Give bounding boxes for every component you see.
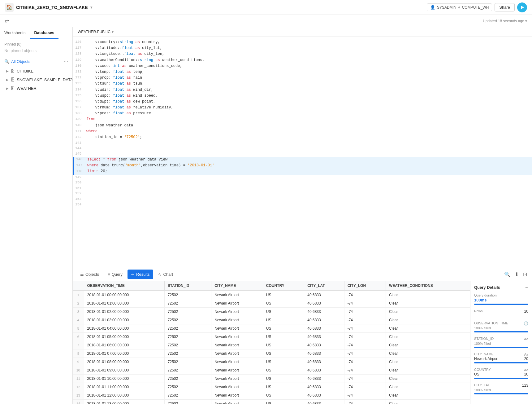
- row-number: 13: [73, 391, 84, 400]
- city-name-value: Newark Airport: [474, 357, 499, 361]
- col-header-station-id[interactable]: STATION_ID: [164, 281, 211, 291]
- cell-obs-time: 2018-01-01 06:00:00.000: [84, 341, 164, 349]
- table-row: 4 2018-01-01 03:00:00.000 72502 Newark A…: [73, 316, 470, 324]
- code-line-132: 132 v:prcp::float as rain,: [73, 75, 532, 81]
- code-line-141: 141 where: [73, 129, 532, 134]
- code-line-144: 144: [73, 146, 532, 152]
- tab-chart[interactable]: ∿ Chart: [154, 270, 177, 279]
- objects-tab-icon: ☰: [80, 272, 84, 277]
- col-header-observation-time[interactable]: OBSERVATION_TIME: [84, 281, 164, 291]
- cell-country: US: [263, 391, 304, 400]
- line-content: v:rhum::float as relative_humidity,: [86, 105, 173, 111]
- code-line-126: 126 v:country::string as country,: [73, 39, 532, 45]
- db-item-citibike[interactable]: ▶ 🗄 CITIBIKE: [0, 67, 72, 75]
- country-bar: [474, 378, 528, 379]
- line-content: limit 20;: [87, 169, 107, 174]
- tab-objects[interactable]: ☰ Objects: [76, 270, 103, 279]
- query-tab-icon: ≡: [108, 272, 110, 277]
- col-header-city-lon[interactable]: CITY_LON: [344, 281, 386, 291]
- cell-weather-cond: Clear: [386, 375, 470, 383]
- cell-weather-cond: Clear: [386, 324, 470, 333]
- sidebar: Worksheets Databases Pinned (0) No pinne…: [0, 27, 73, 404]
- cell-country: US: [263, 383, 304, 391]
- code-line-146: 146 select * from json_weather_data_view: [73, 157, 532, 163]
- home-icon[interactable]: 🏠: [5, 3, 14, 12]
- results-tabs: ☰ Objects ≡ Query ↩ Results ∿ Chart 🔍: [73, 268, 532, 281]
- city-name-label: CITY_NAME: [474, 352, 494, 356]
- chevron-right-icon: ▶: [6, 78, 9, 81]
- line-content: v:wdir::float as wind_dir,: [86, 87, 153, 93]
- line-content: station_id = '72502';: [86, 134, 142, 140]
- code-line-145: 145: [73, 151, 532, 157]
- line-number: 127: [75, 45, 86, 51]
- cell-city-name: Newark Airport: [211, 375, 263, 383]
- results-body: OBSERVATION_TIME STATION_ID CITY_NAME CO…: [73, 281, 532, 404]
- col-header-weather-conditions[interactable]: WEATHER_CONDITIONS: [386, 281, 470, 291]
- query-details-panel: Query Details ··· Query duration 100ms: [470, 281, 532, 404]
- sidebar-tabs: Worksheets Databases: [0, 27, 72, 39]
- line-number: 132: [75, 75, 86, 81]
- cell-city-lat: 40.6833: [304, 366, 344, 375]
- cell-city-name: Newark Airport: [211, 383, 263, 391]
- download-icon[interactable]: ⬇: [513, 270, 520, 279]
- rows-row: Rows 20: [474, 309, 528, 314]
- share-button[interactable]: Share: [495, 3, 515, 11]
- code-editor[interactable]: 126 v:country::string as country, 127 v:…: [73, 37, 532, 268]
- cell-obs-time: 2018-01-01 07:00:00.000: [84, 349, 164, 358]
- database-icon: 🗄: [11, 68, 15, 73]
- data-table-container[interactable]: OBSERVATION_TIME STATION_ID CITY_NAME CO…: [73, 281, 470, 404]
- code-line-151: 151: [73, 186, 532, 191]
- results-tab-icon: ↩: [131, 272, 135, 277]
- cell-station-id: 72502: [164, 333, 211, 341]
- cell-city-lat: 40.6833: [304, 375, 344, 383]
- cell-station-id: 72502: [164, 400, 211, 404]
- city-name-bar-bg: [474, 362, 528, 363]
- run-button[interactable]: [517, 2, 527, 12]
- cell-country: US: [263, 341, 304, 349]
- table-row: 11 2018-01-01 10:00:00.000 72502 Newark …: [73, 375, 470, 383]
- line-content: json_weather_data: [86, 123, 133, 129]
- line-number: 131: [75, 69, 86, 75]
- cell-country: US: [263, 358, 304, 366]
- cell-obs-time: 2018-01-01 00:00:00.000: [84, 291, 164, 299]
- editor-header: WEATHER.PUBLIC ▾: [73, 27, 532, 37]
- col-header-city-name[interactable]: CITY_NAME: [211, 281, 263, 291]
- all-objects-row[interactable]: 🔍 All Objects ···: [0, 56, 72, 67]
- line-content: v:longitude::float as city_lon,: [86, 51, 164, 57]
- cell-obs-time: 2018-01-01 01:00:00.000: [84, 299, 164, 308]
- cell-weather-cond: Clear: [386, 316, 470, 324]
- search-results-icon[interactable]: 🔍: [503, 270, 512, 279]
- line-content: v:coco::int as weather_conditions_code,: [86, 63, 182, 69]
- tab-results[interactable]: ↩ Results: [128, 270, 153, 279]
- line-content: v:latitude::float as city_lat,: [86, 45, 162, 51]
- tab-databases[interactable]: Databases: [30, 27, 58, 39]
- cell-city-name: Newark Airport: [211, 341, 263, 349]
- line-number: 151: [75, 186, 86, 191]
- tab-worksheets[interactable]: Worksheets: [0, 27, 30, 39]
- expand-icon[interactable]: ⊡: [522, 270, 528, 279]
- code-line-154: 154: [73, 202, 532, 208]
- city-name-value-row: Newark Airport 20: [474, 357, 528, 361]
- row-number: 12: [73, 383, 84, 391]
- cell-country: US: [263, 349, 304, 358]
- row-number: 6: [73, 333, 84, 341]
- cell-city-lon: -74: [344, 333, 386, 341]
- line-content: v:weatherCondition::string as weather_co…: [86, 57, 205, 63]
- pinned-header: Pinned (0): [4, 42, 68, 46]
- table-row: 8 2018-01-01 07:00:00.000 72502 Newark A…: [73, 349, 470, 358]
- tab-query[interactable]: ≡ Query: [104, 270, 126, 279]
- db-item-weather[interactable]: ▶ 🗄 WEATHER: [0, 84, 72, 93]
- query-details-more-icon[interactable]: ···: [525, 285, 528, 290]
- db-item-snowflake-sample[interactable]: ▶ 🗄 SNOWFLAKE_SAMPLE_DATA: [0, 75, 72, 84]
- col-header-country[interactable]: COUNTRY: [263, 281, 304, 291]
- title-dropdown-icon[interactable]: ▾: [90, 5, 93, 10]
- cell-city-lat: 40.6833: [304, 391, 344, 400]
- more-options-icon[interactable]: ···: [64, 59, 68, 64]
- updated-text[interactable]: Updated 18 seconds ago ▾: [483, 19, 527, 23]
- schema-label: WEATHER.PUBLIC: [78, 30, 110, 34]
- col-header-city-lat[interactable]: CITY_LAT: [304, 281, 344, 291]
- rows-section: Rows 20: [474, 309, 528, 314]
- cell-weather-cond: Clear: [386, 349, 470, 358]
- filter-icon[interactable]: ⇄: [5, 18, 9, 24]
- rows-label: Rows: [474, 309, 483, 313]
